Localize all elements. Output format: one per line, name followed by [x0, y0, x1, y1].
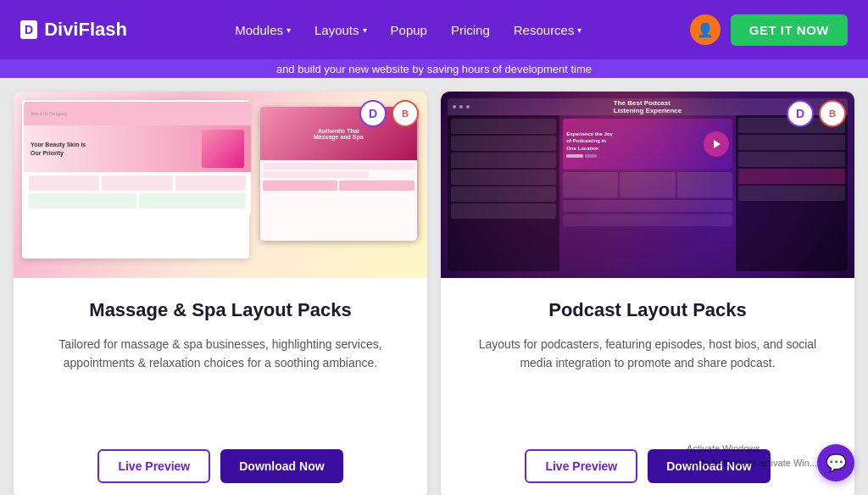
user-avatar[interactable]: 👤	[690, 14, 721, 45]
get-it-now-button[interactable]: GET IT NOW	[731, 14, 848, 46]
nav-popup[interactable]: Popup	[391, 23, 427, 37]
spa-card-description: Tailored for massage & spa businesses, h…	[37, 335, 403, 432]
badge-icons-podcast: D B	[787, 100, 846, 127]
spa-services-section	[24, 172, 251, 214]
podcast-nav-dot	[453, 105, 456, 108]
spa-hero-image	[202, 130, 244, 168]
podcast-sidebar-item	[451, 203, 556, 219]
podcast-grid-item	[620, 172, 675, 197]
spa-download-button[interactable]: Download Now	[220, 449, 342, 483]
nav-right: 👤 GET IT NOW	[690, 14, 848, 46]
nav-links: Modules ▾ Layouts ▾ Popup Pricing Resour…	[235, 23, 581, 37]
navbar: D DiviFlash Modules ▾ Layouts ▾ Popup Pr…	[0, 0, 868, 59]
spa-service-box	[29, 175, 99, 191]
nav-resources[interactable]: Resources ▾	[514, 23, 582, 37]
podcast-featured-text: Experience the Joyof Podcasting inOne Lo…	[566, 131, 700, 152]
podcast-header-title: The Best PodcastListening Experience	[614, 99, 682, 114]
spa-card-title: Massage & Spa Layout Packs	[37, 298, 403, 323]
podcast-grid-item	[563, 172, 618, 197]
podcast-card-actions: Live Preview Download Now	[465, 449, 831, 483]
podcast-main-area: Experience the Joyof Podcasting inOne Lo…	[448, 115, 848, 271]
spa-card-actions: Live Preview Download Now	[37, 449, 403, 483]
divi-badge-spa: D	[359, 100, 387, 127]
podcast-card: The Best PodcastListening Experience	[441, 92, 854, 495]
podcast-sidebar-item	[451, 119, 556, 134]
nav-modules[interactable]: Modules ▾	[235, 23, 291, 37]
podcast-grid	[563, 172, 732, 197]
logo[interactable]: D DiviFlash	[20, 19, 127, 41]
podcast-sidebar-item	[451, 136, 556, 151]
podcast-nav-dot	[466, 105, 470, 108]
main-content: About Us Company Your Beauty Skin isOur …	[0, 78, 868, 495]
podcast-sidebar-item	[451, 170, 556, 185]
spa-service-row	[29, 193, 246, 209]
bricks-badge-spa: B	[392, 100, 419, 127]
podcast-main-content: Experience the Joyof Podcasting inOne Lo…	[559, 115, 736, 271]
podcast-grid-item	[677, 172, 732, 197]
tagline-banner: and build your new website by saving hou…	[0, 59, 868, 78]
nav-pricing[interactable]: Pricing	[451, 23, 490, 37]
spa-screenshot: About Us Company Your Beauty Skin isOur …	[24, 102, 251, 260]
podcast-featured-block: Experience the Joyof Podcasting inOne Lo…	[563, 119, 732, 170]
logo-icon: D	[20, 20, 37, 39]
cards-container: About Us Company Your Beauty Skin isOur …	[0, 78, 868, 495]
podcast-card-title: Podcast Layout Packs	[465, 298, 831, 323]
bricks-badge-podcast: B	[819, 100, 846, 127]
spa-hero-section: Your Beauty Skin isOur Priority	[24, 125, 251, 172]
spa-live-preview-button[interactable]: Live Preview	[97, 449, 210, 483]
chat-bubble-button[interactable]: 💬	[817, 444, 854, 481]
spa-card: About Us Company Your Beauty Skin isOur …	[14, 92, 427, 495]
podcast-row	[563, 200, 732, 212]
chevron-down-icon: ▾	[287, 25, 291, 35]
spa-service-box	[175, 175, 246, 191]
podcast-sidebar-item	[451, 186, 556, 202]
nav-layouts[interactable]: Layouts ▾	[314, 23, 367, 37]
spa-header: About Us Company	[24, 102, 251, 125]
badge-icons-spa: D B	[359, 100, 419, 127]
chat-icon: 💬	[826, 453, 847, 473]
podcast-download-button[interactable]: Download Now	[648, 449, 770, 483]
spa-service-box	[139, 193, 247, 209]
podcast-card-image: The Best PodcastListening Experience	[441, 92, 854, 278]
spa-card-body: Massage & Spa Layout Packs Tailored for …	[14, 278, 427, 495]
spa-card-image: About Us Company Your Beauty Skin isOur …	[14, 92, 427, 278]
podcast-right-sidebar	[736, 115, 848, 271]
podcast-live-preview-button[interactable]: Live Preview	[525, 449, 637, 483]
podcast-card-description: Layouts for podcasters, featuring episod…	[465, 335, 831, 432]
divi-badge-podcast: D	[787, 100, 814, 127]
logo-text: DiviFlash	[44, 19, 127, 41]
spa-service-box	[29, 193, 136, 209]
chevron-down-icon: ▾	[363, 25, 367, 35]
podcast-row	[563, 214, 732, 226]
podcast-sidebar-item	[451, 153, 556, 168]
spa-service-box	[102, 175, 172, 191]
chevron-down-icon: ▾	[577, 25, 581, 35]
user-icon: 👤	[697, 22, 714, 38]
podcast-card-body: Podcast Layout Packs Layouts for podcast…	[441, 278, 854, 495]
podcast-nav-dot	[459, 105, 463, 108]
podcast-sidebar	[448, 115, 559, 271]
spa-service-row	[29, 175, 246, 191]
spa-hero-text: Your Beauty Skin isOur Priority	[31, 141, 86, 156]
